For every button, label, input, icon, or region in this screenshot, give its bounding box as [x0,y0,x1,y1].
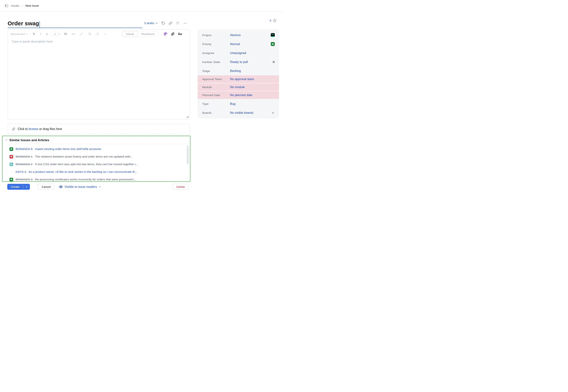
delete-button[interactable]: Delete [173,184,189,190]
more-options-icon[interactable] [183,21,187,25]
collapse-chevron-icon[interactable] [5,139,8,141]
description-editor[interactable]: Normal text B I S A 99 </> [8,29,190,119]
similar-issue-row[interactable]: DAYS-3 As a product owner, I'd like to r… [2,168,190,176]
similar-issues-header[interactable]: Similar Issues and Articles [2,136,190,144]
priority-badge: H [10,155,13,158]
numbered-list-icon[interactable]: 1 2 [96,32,99,36]
priority-badge: L [10,163,13,166]
link-icon[interactable] [169,22,172,25]
italic-button[interactable]: I [40,32,41,36]
issue-id-link[interactable]: BONANZA-9 [16,147,32,151]
issue-id-link[interactable]: DAYS-3 [16,170,26,174]
issue-summary-link[interactable]: As a product owner, I'd like to rank sto… [29,170,137,174]
attachment-hint-suffix: or drag files here [38,127,62,130]
field-value[interactable]: Bug [230,102,279,106]
bullet-list-icon[interactable] [88,32,91,36]
field-row-planned-date[interactable]: Planned Date No planned date [198,91,279,99]
editor-toolbar-right: Aa [163,32,182,36]
attachment-hint-prefix: Click to [18,127,29,130]
priority-badge: N [271,42,275,46]
tab-visual[interactable]: Visual [122,31,138,37]
issue-summary-link[interactable]: The relations between asset history and … [35,155,133,158]
issue-id-link[interactable]: BONANZA-3 [16,178,32,181]
project-avatar-badge: ALE [271,33,279,37]
cancel-button[interactable]: Cancel [38,184,55,190]
project-badge-bar [271,36,275,37]
drafts-dropdown[interactable]: 5 drafts [144,22,158,25]
field-value[interactable]: Unassigned [230,51,279,55]
field-value[interactable]: No visible boards [230,111,271,114]
add-board-icon[interactable] [271,111,279,114]
similar-issue-row[interactable]: N BONANZA-3 Re-processing certificates w… [2,176,190,183]
issue-fields-panel: Project Alertron ALE Priority Normal N A… [198,29,279,118]
top-bar: Issues / New Issue [0,0,284,11]
field-row-priority[interactable]: Priority Normal N [198,40,279,49]
field-label: Priority [198,42,230,46]
field-value[interactable]: Alertron [230,33,271,37]
editor-mode-switch: Visual Markdown [122,31,159,37]
more-formatting-icon[interactable] [103,32,107,36]
similar-issue-row[interactable]: N BONANZA-9 Import existing order items … [2,145,190,153]
field-row-assignee[interactable]: Assignee Unassigned [198,49,279,57]
create-options-dropdown[interactable] [23,184,30,190]
field-label: Planned Date [198,93,230,97]
scroll-up-arrow[interactable] [187,146,189,147]
field-row-project[interactable]: Project Alertron ALE [198,31,279,40]
issue-title-field[interactable]: Order swag [8,19,142,28]
sidebar-toggle-icon[interactable] [5,4,8,8]
attachment-dropzone[interactable]: Click to browse or drag files here [8,124,190,134]
field-label: Project [198,33,230,37]
ai-spiral-icon[interactable] [176,21,180,25]
attach-file-icon[interactable] [171,32,175,36]
field-row-kanban-state[interactable]: Kanban State Ready to pull R [198,57,279,66]
field-row-approval-team[interactable]: Approval Team No approval team [198,75,279,83]
field-row-type[interactable]: Type Bug [198,99,279,108]
issue-summary-link[interactable]: Import existing order items into JetProf… [35,147,101,151]
text-color-dropdown[interactable]: A [53,32,60,36]
insert-link-icon[interactable] [80,32,83,36]
ai-assistant-icon[interactable] [163,32,168,36]
paragraph-style-dropdown[interactable]: Normal text [11,32,28,36]
scrollbar[interactable] [187,146,189,164]
visibility-dropdown[interactable]: Visible to issue readers [59,185,101,189]
eye-icon [59,185,63,189]
field-row-stage[interactable]: Stage Backlog [198,66,279,75]
issue-id-link[interactable]: BONANZA-1 [16,155,32,158]
field-value[interactable]: No planned date [230,93,279,97]
priority-badge: N [10,178,13,181]
scrollbar-thumb[interactable] [187,148,189,164]
visibility-label: Visible to issue readers [65,185,97,189]
field-value[interactable]: Normal [230,42,271,46]
similar-issue-row[interactable]: H BONANZA-1 The relations between asset … [2,153,190,160]
resize-handle[interactable] [186,115,189,118]
field-value[interactable]: Ready to pull [230,60,273,64]
field-row-module[interactable]: Module No module [198,83,279,91]
field-value[interactable]: No module [230,85,279,89]
field-row-boards[interactable]: Boards No visible boards [198,108,279,117]
star-icon[interactable] [273,18,277,22]
issue-summary-link[interactable]: Re-processing certificates works incorre… [35,178,136,181]
code-button[interactable]: </> [72,32,75,36]
similar-issues-list: N BONANZA-9 Import existing order items … [2,144,190,183]
issue-title-text[interactable]: Order swag [8,19,39,28]
priority-badge: N [10,147,13,151]
chevron-down-icon [26,33,28,35]
field-value[interactable]: No approval team [230,77,279,81]
field-value[interactable]: Backlog [230,69,279,73]
tab-markdown[interactable]: Markdown [137,31,158,37]
toolbar-divider [30,32,31,36]
quote-button[interactable]: 99 [64,32,67,36]
text-size-button[interactable]: Aa [178,32,182,36]
field-label: Stage [198,69,230,73]
create-button[interactable]: Create [7,184,23,190]
scroll-down-arrow[interactable] [186,179,189,179]
votes-count: 0 [270,19,271,22]
browse-link[interactable]: browse [29,127,38,130]
tag-icon[interactable] [161,22,165,25]
bold-button[interactable]: B [33,32,35,36]
strikethrough-button[interactable]: S [46,32,48,36]
breadcrumb-issues-link[interactable]: Issues [11,4,19,7]
issue-id-link[interactable]: BONANZA-2 [16,163,32,166]
similar-issue-row[interactable]: L BONANZA-2 If one CSS order item was sp… [2,160,190,168]
issue-summary-link[interactable]: If one CSS order item was split into two… [35,163,138,166]
